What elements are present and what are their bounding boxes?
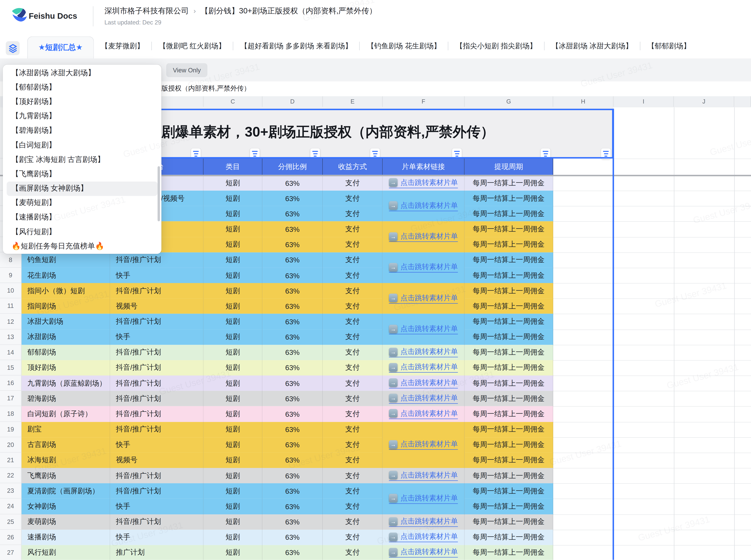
cell-payout[interactable]: 每周一结算上一周佣金 (465, 514, 553, 530)
link-cell[interactable]: →点击跳转素材片单 (383, 314, 465, 345)
cell-payout[interactable]: 每周一结算上一周佣金 (465, 529, 553, 545)
col-header-cell[interactable]: J (674, 96, 734, 107)
row-header-cell[interactable]: 21 (0, 453, 22, 468)
cell-category[interactable]: 短剧 (204, 514, 262, 530)
tab-sheet[interactable]: 【麦芽微剧】 (94, 34, 151, 58)
dropdown-item[interactable]: 【飞鹰剧场】 (7, 167, 158, 181)
cell-income[interactable]: 支付 (323, 514, 383, 530)
cell-rate[interactable]: 63% (262, 406, 323, 422)
cell-category[interactable]: 短剧 (204, 468, 262, 484)
cell-category[interactable]: 短剧 (204, 437, 262, 453)
header-cell-C[interactable]: 类目 (204, 159, 262, 175)
dropdown-item[interactable]: 【速播剧场】 (7, 210, 158, 225)
filter-icon[interactable] (250, 148, 260, 159)
filter-icon[interactable] (310, 148, 320, 159)
cell-income[interactable]: 支付 (323, 206, 383, 222)
row-header-cell[interactable]: 27 (0, 545, 22, 560)
cell-category[interactable]: 短剧 (204, 499, 262, 515)
material-link[interactable]: →点击跳转素材片单 (389, 294, 458, 304)
cell-income[interactable]: 支付 (323, 545, 383, 560)
cell-theater-name[interactable]: 夏清剧院（画屏剧场） (22, 483, 110, 499)
dropdown-item[interactable]: 【碧海剧场】 (7, 123, 158, 138)
cell-theater-name[interactable]: 钓鱼短剧 (22, 252, 110, 268)
tab-sheet[interactable]: 【冰甜剧场 冰甜大剧场】 (544, 34, 640, 58)
cell-income[interactable]: 支付 (323, 314, 383, 330)
cell-payout[interactable]: 每周一结算上一周佣金 (465, 453, 553, 468)
cell-income[interactable]: 支付 (323, 283, 383, 299)
row-header-cell[interactable]: 25 (0, 514, 22, 529)
cell-platform[interactable]: 抖音/推广计划 (110, 314, 204, 330)
cell-rate[interactable]: 63% (262, 514, 323, 530)
cell-payout[interactable]: 每周一结算上一周佣金 (465, 299, 553, 314)
cell-platform[interactable]: 快手 (110, 268, 204, 284)
cell-income[interactable]: 支付 (323, 422, 383, 438)
cell-theater-name[interactable]: 白词短剧（原子诗） (22, 406, 110, 422)
cell-payout[interactable]: 每周一结算上一周佣金 (465, 499, 553, 515)
cell-theater-name[interactable]: 花生剧场 (22, 268, 110, 284)
material-link[interactable]: →点击跳转素材片单 (389, 517, 458, 527)
cell-payout[interactable]: 每周一结算上一周佣金 (465, 283, 553, 299)
link-cell[interactable]: →点击跳转素材片单 (383, 391, 465, 407)
material-link[interactable]: →点击跳转素材片单 (389, 547, 458, 558)
row-header-cell[interactable]: 18 (0, 406, 22, 422)
cell-income[interactable]: 支付 (323, 483, 383, 499)
cell-category[interactable]: 短剧 (204, 545, 262, 560)
row-header-cell[interactable]: 11 (0, 299, 22, 314)
cell-rate[interactable]: 63% (262, 483, 323, 499)
col-header-cell[interactable]: E (323, 96, 383, 107)
cell-income[interactable]: 支付 (323, 345, 383, 361)
link-cell[interactable]: →点击跳转素材片单 (383, 376, 465, 391)
row-header-cell[interactable]: 13 (0, 329, 22, 345)
tab-sheet[interactable]: 【超好看剧场 多多剧场 来看剧场】 (233, 34, 359, 58)
row-header-cell[interactable]: 9 (0, 268, 22, 283)
dropdown-item[interactable]: 【风行短剧】 (7, 225, 158, 239)
row-header-cell[interactable]: 10 (0, 283, 22, 299)
cell-rate[interactable]: 63% (262, 468, 323, 484)
cell-category[interactable]: 短剧 (204, 206, 262, 222)
cell-theater-name[interactable]: 九霄剧场（原蓝鲸剧场） (22, 376, 110, 391)
cell-payout[interactable]: 每周一结算上一周佣金 (465, 268, 553, 284)
dropdown-item[interactable]: 【顶好剧场】 (7, 95, 158, 109)
material-link[interactable]: →点击跳转素材片单 (389, 394, 458, 404)
link-cell[interactable]: →点击跳转素材片单 (383, 468, 465, 484)
col-header-cell[interactable]: F (383, 96, 465, 107)
cell-payout[interactable]: 每周一结算上一周佣金 (465, 391, 553, 407)
cell-payout[interactable]: 每周一结算上一周佣金 (465, 360, 553, 376)
col-header-cell[interactable]: H (553, 96, 613, 107)
cell-theater-name[interactable]: 郁郁剧场 (22, 345, 110, 361)
link-cell[interactable]: →点击跳转素材片单 (383, 252, 465, 284)
cell-category[interactable]: 短剧 (204, 483, 262, 499)
link-cell[interactable]: →点击跳转素材片单 (383, 514, 465, 530)
cell-theater-name[interactable]: 速播剧场 (22, 529, 110, 545)
cell-income[interactable]: 支付 (323, 268, 383, 284)
cell-platform[interactable]: 快手 (110, 499, 204, 515)
row-header-cell[interactable]: 23 (0, 483, 22, 499)
cell-rate[interactable]: 63% (262, 545, 323, 560)
filter-icon[interactable] (191, 148, 201, 159)
cell-category[interactable]: 短剧 (204, 175, 262, 191)
cell-category[interactable]: 短剧 (204, 252, 262, 268)
cell-theater-name[interactable]: 飞鹰剧场 (22, 468, 110, 484)
dropdown-item[interactable]: 【画屏剧场 女神剧场】 (7, 181, 158, 196)
filter-icon[interactable] (601, 148, 611, 159)
cell-rate[interactable]: 63% (262, 529, 323, 545)
cell-income[interactable]: 支付 (323, 529, 383, 545)
material-link[interactable]: →点击跳转素材片单 (389, 532, 458, 542)
cell-theater-name[interactable]: 女神剧场 (22, 499, 110, 515)
cell-income[interactable]: 支付 (323, 360, 383, 376)
cell-category[interactable]: 短剧 (204, 360, 262, 376)
cell-platform[interactable]: 快手 (110, 437, 204, 453)
cell-rate[interactable]: 63% (262, 237, 323, 253)
cell-category[interactable]: 短剧 (204, 529, 262, 545)
row-header-cell[interactable]: 16 (0, 376, 22, 391)
material-link[interactable]: →点击跳转素材片单 (389, 440, 458, 450)
cell-payout[interactable]: 每周一结算上一周佣金 (465, 345, 553, 361)
cell-payout[interactable]: 每周一结算上一周佣金 (465, 206, 553, 222)
row-header-cell[interactable]: 26 (0, 529, 22, 545)
cell-category[interactable]: 短剧 (204, 422, 262, 438)
cell-category[interactable]: 短剧 (204, 299, 262, 314)
material-link[interactable]: →点击跳转素材片单 (389, 178, 458, 188)
link-cell[interactable]: →点击跳转素材片单 (383, 422, 465, 468)
material-link[interactable]: →点击跳转素材片单 (389, 324, 458, 335)
row-header-cell[interactable]: 19 (0, 422, 22, 437)
